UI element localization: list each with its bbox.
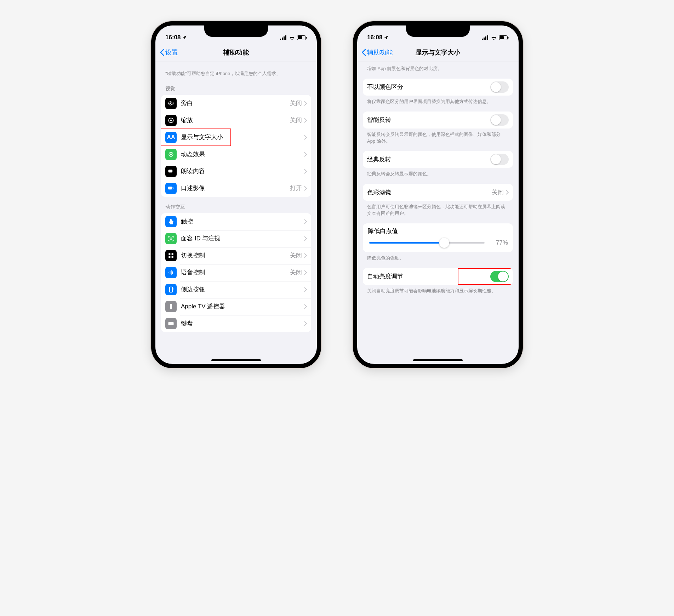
phone-right: 16:08 辅助功能 显示与文字大小 增加 App 前景色和背景色的对比度。 xyxy=(353,21,523,368)
svg-point-15 xyxy=(170,238,171,238)
chevron-right-icon xyxy=(304,169,307,174)
notch xyxy=(406,25,470,37)
nav-bar: 辅助功能 显示与文字大小 xyxy=(357,45,519,62)
section-header-interaction: 动作交互 xyxy=(161,197,311,213)
svg-rect-27 xyxy=(170,304,172,309)
row-value: 关闭 xyxy=(492,188,504,196)
row-color-filters[interactable]: 色彩滤镜 关闭 xyxy=(363,184,513,201)
chevron-right-icon xyxy=(304,321,307,326)
audiodesc-icon xyxy=(165,183,177,194)
row-keyboard[interactable]: 键盘 xyxy=(161,315,311,332)
svg-rect-30 xyxy=(484,38,485,40)
footer-smart-invert: 智能反转会反转显示屏的颜色，使用深色样式的图像、媒体和部分 App 除外。 xyxy=(363,129,513,146)
svg-rect-29 xyxy=(482,39,483,40)
svg-rect-5 xyxy=(298,36,302,39)
row-faceid[interactable]: 面容 ID 与注视 xyxy=(161,230,311,247)
svg-rect-32 xyxy=(487,35,488,40)
battery-icon xyxy=(297,35,307,40)
whitepoint-slider[interactable] xyxy=(369,242,485,244)
status-time: 16:08 xyxy=(165,34,181,41)
row-classic-invert[interactable]: 经典反转 xyxy=(363,151,513,168)
motion-icon xyxy=(165,149,177,160)
svg-rect-35 xyxy=(508,37,509,39)
group-color-filters: 色彩滤镜 关闭 xyxy=(363,184,513,201)
chevron-left-icon xyxy=(160,49,165,56)
back-button[interactable]: 辅助功能 xyxy=(361,48,393,57)
content[interactable]: "辅助功能"可帮助您自定 iPhone，以满足您的个人需求。 视觉 旁白 关闭 … xyxy=(155,62,317,362)
row-zoom[interactable]: 缩放 关闭 xyxy=(161,112,311,129)
row-auto-brightness[interactable]: 自动亮度调节 xyxy=(363,268,513,285)
row-value: 关闭 xyxy=(290,268,302,276)
chevron-right-icon xyxy=(304,152,307,157)
chevron-right-icon xyxy=(304,101,307,106)
back-button[interactable]: 设置 xyxy=(160,48,178,57)
toggle-auto-brightness[interactable] xyxy=(490,271,509,282)
row-spoken-content[interactable]: 朗读内容 xyxy=(161,163,311,180)
chevron-right-icon xyxy=(304,270,307,275)
row-label: 缩放 xyxy=(181,116,290,124)
chevron-right-icon xyxy=(304,219,307,224)
svg-rect-1 xyxy=(282,38,283,40)
location-icon xyxy=(384,35,389,40)
battery-icon xyxy=(499,35,509,40)
row-switch-control[interactable]: 切换控制 关闭 xyxy=(161,247,311,264)
row-voice-control[interactable]: 语音控制 关闭 xyxy=(161,264,311,281)
footer-classic-invert: 经典反转会反转显示屏的颜色。 xyxy=(363,168,513,179)
chevron-right-icon xyxy=(304,304,307,309)
row-audio-desc[interactable]: 口述影像 打开 xyxy=(161,180,311,197)
svg-rect-22 xyxy=(170,271,171,274)
cellular-icon xyxy=(482,35,489,40)
touch-icon xyxy=(165,216,177,227)
row-touch[interactable]: 触控 xyxy=(161,213,311,230)
svg-rect-26 xyxy=(172,288,173,289)
row-label: 不以颜色区分 xyxy=(367,83,490,91)
svg-rect-24 xyxy=(172,272,173,274)
row-label: 自动亮度调节 xyxy=(367,272,490,280)
row-differentiate-color[interactable]: 不以颜色区分 xyxy=(363,79,513,96)
home-indicator xyxy=(413,359,463,361)
chevron-right-icon xyxy=(304,253,307,258)
toggle-classic-invert[interactable] xyxy=(490,154,509,165)
chevron-right-icon xyxy=(304,287,307,292)
row-value: 关闭 xyxy=(290,99,302,107)
svg-rect-3 xyxy=(285,35,286,40)
wifi-icon xyxy=(289,35,295,40)
row-label: 降低白点值 xyxy=(368,227,508,235)
svg-rect-21 xyxy=(168,272,169,273)
svg-rect-14 xyxy=(168,187,172,189)
content[interactable]: 增加 App 前景色和背景色的对比度。 不以颜色区分 将仅靠颜色区分的用户界面项… xyxy=(357,62,519,362)
svg-rect-0 xyxy=(280,39,281,40)
row-label: 面容 ID 与注视 xyxy=(181,234,304,243)
svg-rect-20 xyxy=(172,256,173,258)
textsize-icon: AA xyxy=(165,132,177,143)
svg-point-8 xyxy=(170,103,171,104)
toggle-differentiate[interactable] xyxy=(490,81,509,93)
intro-text: "辅助功能"可帮助您自定 iPhone，以满足您的个人需求。 xyxy=(161,62,311,79)
row-side-button[interactable]: 侧边按钮 xyxy=(161,281,311,298)
zoom-icon xyxy=(165,115,177,126)
section-header-vision: 视觉 xyxy=(161,79,311,95)
svg-rect-31 xyxy=(485,36,486,40)
svg-point-10 xyxy=(170,120,171,121)
keyboard-icon xyxy=(165,318,177,329)
row-label: 显示与文字大小 xyxy=(181,133,304,141)
row-appletv-remote[interactable]: Apple TV 遥控器 xyxy=(161,298,311,315)
row-smart-invert[interactable]: 智能反转 xyxy=(363,112,513,129)
row-label: 侧边按钮 xyxy=(181,285,304,293)
whitepoint-value: 77% xyxy=(490,239,508,246)
group-interaction: 触控 面容 ID 与注视 切换控制 关闭 xyxy=(161,213,311,332)
row-label: 朗读内容 xyxy=(181,167,304,175)
faceid-icon xyxy=(165,233,177,244)
row-display-text-size[interactable]: AA 显示与文字大小 xyxy=(161,129,311,146)
phone-left: 16:08 设置 辅助功能 "辅助功能"可帮助您自定 iPhone，以满足您的个… xyxy=(151,21,321,368)
row-voiceover[interactable]: 旁白 关闭 xyxy=(161,95,311,112)
voicecontrol-icon xyxy=(165,267,177,278)
svg-rect-2 xyxy=(284,36,285,40)
row-value: 关闭 xyxy=(290,251,302,259)
svg-rect-17 xyxy=(168,253,170,255)
row-motion[interactable]: 动态效果 xyxy=(161,146,311,163)
svg-point-16 xyxy=(172,238,172,238)
footer-auto-brightness: 关闭自动亮度调节可能会影响电池续航能力和显示屏长期性能。 xyxy=(363,285,513,296)
group-auto-brightness: 自动亮度调节 xyxy=(363,268,513,285)
toggle-smart-invert[interactable] xyxy=(490,114,509,126)
